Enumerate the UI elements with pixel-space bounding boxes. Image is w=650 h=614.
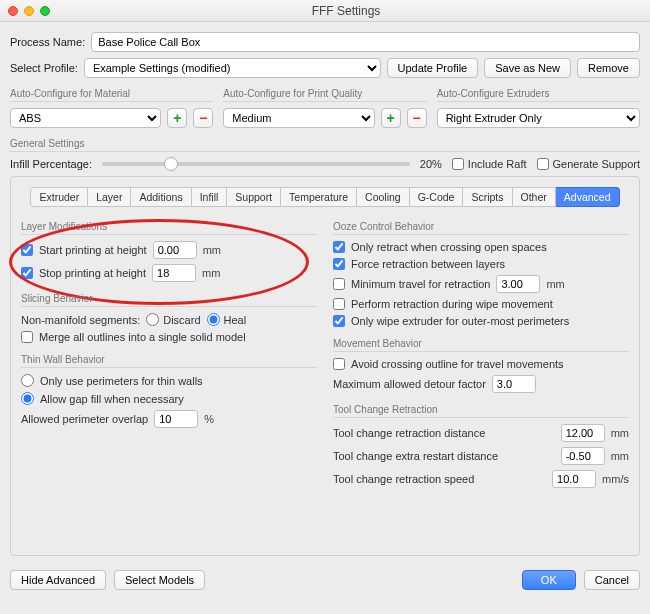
- tab-cooling[interactable]: Cooling: [357, 187, 410, 207]
- nonmanifold-label: Non-manifold segments:: [21, 314, 140, 326]
- min-travel-input[interactable]: [496, 275, 540, 293]
- include-raft-checkbox[interactable]: [452, 158, 464, 170]
- stop-height-input[interactable]: [152, 264, 196, 282]
- discard-label: Discard: [163, 314, 200, 326]
- allow-gap-radio[interactable]: [21, 392, 34, 405]
- minus-icon: −: [199, 111, 207, 125]
- hide-advanced-button[interactable]: Hide Advanced: [10, 570, 106, 590]
- unit-mm: mm: [546, 278, 564, 290]
- move-title: Movement Behavior: [333, 338, 629, 352]
- save-as-new-button[interactable]: Save as New: [484, 58, 571, 78]
- tc-speed-input[interactable]: [552, 470, 596, 488]
- window-title: FFF Settings: [50, 4, 642, 18]
- tab-infill[interactable]: Infill: [192, 187, 228, 207]
- movement-behavior-group: Movement Behavior Avoid crossing outline…: [333, 332, 629, 398]
- auto-extruders-title: Auto-Configure Extruders: [437, 88, 640, 102]
- tc-dist-label: Tool change retraction distance: [333, 427, 555, 439]
- unit-mm: mm: [611, 450, 629, 462]
- perform-retract-checkbox[interactable]: [333, 298, 345, 310]
- quality-dropdown[interactable]: Medium: [223, 108, 374, 128]
- discard-radio[interactable]: [146, 313, 159, 326]
- update-profile-button[interactable]: Update Profile: [387, 58, 479, 78]
- close-icon[interactable]: [8, 6, 18, 16]
- max-detour-label: Maximum allowed detour factor: [333, 378, 486, 390]
- tool-title: Tool Change Retraction: [333, 404, 629, 418]
- perform-retract-label: Perform retraction during wipe movement: [351, 298, 553, 310]
- process-name-label: Process Name:: [10, 36, 85, 48]
- only-retract-label: Only retract when crossing open spaces: [351, 241, 547, 253]
- layer-modifications-group: Layer Modifications Start printing at he…: [21, 215, 317, 287]
- only-wipe-label: Only wipe extruder for outer-most perime…: [351, 315, 569, 327]
- slider-thumb[interactable]: [164, 157, 178, 171]
- ooze-control-group: Ooze Control Behavior Only retract when …: [333, 215, 629, 332]
- ooze-title: Ooze Control Behavior: [333, 221, 629, 235]
- generate-support-label: Generate Support: [553, 158, 640, 170]
- min-travel-label: Minimum travel for retraction: [351, 278, 490, 290]
- tab-scripts[interactable]: Scripts: [463, 187, 512, 207]
- ok-button[interactable]: OK: [522, 570, 576, 590]
- only-wipe-checkbox[interactable]: [333, 315, 345, 327]
- tab-layer[interactable]: Layer: [88, 187, 131, 207]
- extruders-dropdown[interactable]: Right Extruder Only: [437, 108, 640, 128]
- plus-icon: +: [387, 111, 395, 125]
- start-height-input[interactable]: [153, 241, 197, 259]
- material-remove-button[interactable]: −: [193, 108, 213, 128]
- overlap-input[interactable]: [154, 410, 198, 428]
- unit-mm: mm: [202, 267, 220, 279]
- layer-mod-title: Layer Modifications: [21, 221, 317, 235]
- zoom-icon[interactable]: [40, 6, 50, 16]
- stop-height-label: Stop printing at height: [39, 267, 146, 279]
- tab-other[interactable]: Other: [513, 187, 556, 207]
- start-height-checkbox[interactable]: [21, 244, 33, 256]
- unit-mms: mm/s: [602, 473, 629, 485]
- force-retract-label: Force retraction between layers: [351, 258, 505, 270]
- tabs-bar: Extruder Layer Additions Infill Support …: [21, 187, 629, 207]
- stop-height-checkbox[interactable]: [21, 267, 33, 279]
- tab-additions[interactable]: Additions: [131, 187, 191, 207]
- titlebar: FFF Settings: [0, 0, 650, 22]
- unit-pct: %: [204, 413, 214, 425]
- cancel-button[interactable]: Cancel: [584, 570, 640, 590]
- tab-extruder[interactable]: Extruder: [30, 187, 88, 207]
- unit-mm: mm: [203, 244, 221, 256]
- select-profile-dropdown[interactable]: Example Settings (modified): [84, 58, 381, 78]
- avoid-crossing-checkbox[interactable]: [333, 358, 345, 370]
- material-dropdown[interactable]: ABS: [10, 108, 161, 128]
- auto-material-title: Auto-Configure for Material: [10, 88, 213, 102]
- generate-support-checkbox[interactable]: [537, 158, 549, 170]
- minimize-icon[interactable]: [24, 6, 34, 16]
- merge-outlines-checkbox[interactable]: [21, 331, 33, 343]
- overlap-label: Allowed perimeter overlap: [21, 413, 148, 425]
- quality-add-button[interactable]: +: [381, 108, 401, 128]
- only-retract-checkbox[interactable]: [333, 241, 345, 253]
- general-settings-title: General Settings: [10, 138, 640, 152]
- tab-support[interactable]: Support: [227, 187, 281, 207]
- material-add-button[interactable]: +: [167, 108, 187, 128]
- merge-outlines-label: Merge all outlines into a single solid m…: [39, 331, 246, 343]
- allow-gap-label: Allow gap fill when necessary: [40, 393, 184, 405]
- min-travel-checkbox[interactable]: [333, 278, 345, 290]
- force-retract-checkbox[interactable]: [333, 258, 345, 270]
- tool-change-group: Tool Change Retraction Tool change retra…: [333, 398, 629, 493]
- infill-slider[interactable]: [102, 162, 410, 166]
- tab-temperature[interactable]: Temperature: [281, 187, 357, 207]
- minus-icon: −: [413, 111, 421, 125]
- slicing-behavior-group: Slicing Behavior Non-manifold segments: …: [21, 287, 317, 348]
- max-detour-input[interactable]: [492, 375, 536, 393]
- tc-speed-label: Tool change retraction speed: [333, 473, 546, 485]
- thin-wall-title: Thin Wall Behavior: [21, 354, 317, 368]
- only-perimeters-radio[interactable]: [21, 374, 34, 387]
- select-models-button[interactable]: Select Models: [114, 570, 205, 590]
- tab-advanced[interactable]: Advanced: [556, 187, 620, 207]
- tab-gcode[interactable]: G-Code: [410, 187, 464, 207]
- quality-remove-button[interactable]: −: [407, 108, 427, 128]
- tc-dist-input[interactable]: [561, 424, 605, 442]
- remove-button[interactable]: Remove: [577, 58, 640, 78]
- process-name-input[interactable]: [91, 32, 640, 52]
- include-raft-label: Include Raft: [468, 158, 527, 170]
- tc-extra-label: Tool change extra restart distance: [333, 450, 555, 462]
- infill-value: 20%: [420, 158, 442, 170]
- heal-radio[interactable]: [207, 313, 220, 326]
- start-height-label: Start printing at height: [39, 244, 147, 256]
- tc-extra-input[interactable]: [561, 447, 605, 465]
